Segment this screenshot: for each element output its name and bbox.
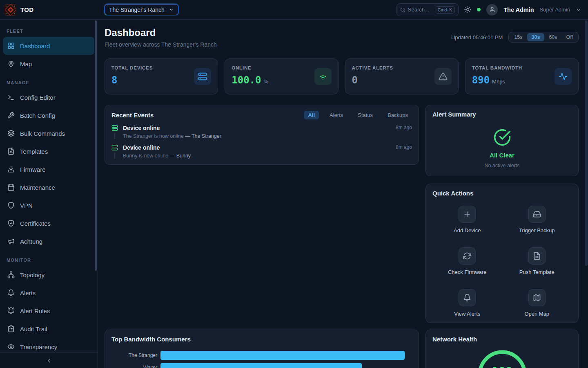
user-icon (489, 7, 495, 13)
shield-check-icon (7, 220, 15, 227)
stat-label: TOTAL BANDWIDTH (472, 65, 522, 70)
event-row[interactable]: Device online Bunny is now online — Bunn… (111, 144, 412, 159)
layers-icon (7, 130, 15, 137)
sidebar-item-audit-trail[interactable]: Audit Trail (3, 320, 94, 338)
tod-logo-icon (5, 4, 16, 16)
sidebar-collapse-button[interactable] (0, 352, 98, 368)
timeline-connector (114, 133, 115, 139)
search-box[interactable]: Cmd+K (396, 3, 459, 16)
refresh-60s-button[interactable]: 60s (544, 33, 561, 41)
activity-icon (559, 72, 568, 81)
file-code-icon (7, 148, 15, 155)
timeline-connector (114, 153, 115, 159)
action-label: View Alerts (454, 311, 480, 317)
action-label: Add Device (454, 227, 481, 233)
file-code-icon (533, 252, 541, 260)
sidebar-item-firmware[interactable]: Firmware (3, 160, 94, 178)
layout-grid-icon (7, 42, 15, 49)
sidebar-item-vpn[interactable]: VPN (3, 196, 94, 214)
tab-backups[interactable]: Backups (383, 111, 412, 119)
user-name: The Admin (503, 7, 534, 13)
sidebar-item-alerts[interactable]: Alerts (3, 284, 94, 302)
sidebar-scrollbar[interactable] (95, 20, 97, 271)
push-template-button[interactable]: Push Template (519, 247, 555, 275)
sidebar-item-label: Audit Trail (20, 325, 47, 332)
search-input[interactable] (408, 7, 432, 13)
event-timestamp: 8m ago (396, 144, 412, 159)
sidebar-item-topology[interactable]: Topology (3, 266, 94, 284)
network-health-gauge: 100 (432, 349, 572, 368)
sidebar-item-label: Certificates (20, 220, 51, 227)
sidebar-item-label: Achtung (20, 238, 42, 245)
main-content: Dashboard Fleet overview across The Stra… (98, 20, 588, 368)
bell-ring-icon (7, 307, 15, 314)
search-shortcut-badge: Cmd+K (435, 6, 455, 13)
sidebar-item-templates[interactable]: Templates (3, 142, 94, 160)
open-map-button[interactable]: Open Map (524, 289, 549, 317)
refresh-30s-button[interactable]: 30s (527, 33, 545, 41)
eye-icon (7, 343, 15, 350)
stat-card-active-alerts: ACTIVE ALERTS 0 (345, 58, 459, 94)
sidebar-item-achtung[interactable]: Achtung (3, 232, 94, 250)
topbar: TOD The Stranger's Ranch Cmd+K The Admin… (0, 0, 588, 20)
server-icon (111, 125, 118, 131)
sidebar-item-map[interactable]: Map (3, 55, 94, 73)
topbar-right: Cmd+K The Admin Super Admin (396, 3, 588, 16)
sidebar-item-label: Map (20, 61, 32, 67)
sidebar-item-label: Alerts (20, 289, 36, 296)
alert-triangle-icon (439, 72, 448, 81)
sidebar-item-label: Templates (20, 148, 48, 155)
tab-status[interactable]: Status (354, 111, 377, 119)
quick-actions-panel: Quick Actions Add Device Trigger Backup … (425, 184, 579, 323)
theme-toggle-button[interactable] (464, 6, 471, 13)
trigger-backup-button[interactable]: Trigger Backup (519, 206, 555, 233)
stat-label: TOTAL DEVICES (111, 65, 153, 70)
refresh-off-button[interactable]: Off (562, 33, 577, 41)
bar-label: The Stranger (111, 352, 157, 358)
sidebar-item-maintenance[interactable]: Maintenance (3, 178, 94, 196)
event-description: Bunny is now online — Bunny (123, 153, 391, 159)
sidebar-item-alert-rules[interactable]: Alert Rules (3, 302, 94, 320)
plus-icon (463, 210, 471, 218)
map-pin-icon (7, 60, 15, 67)
stat-card-total-bandwidth: TOTAL BANDWIDTH 890 Mbps (465, 58, 579, 94)
recent-events-panel: Recent Events All Alerts Status Backups … (105, 105, 419, 165)
stat-label: ONLINE (232, 65, 268, 70)
bandwidth-chart-panel: Top Bandwidth Consumers The Stranger Wal… (105, 330, 419, 368)
add-device-button[interactable]: Add Device (454, 206, 481, 233)
sidebar-item-config-editor[interactable]: Config Editor (3, 88, 94, 106)
stat-value: 100.0 (232, 74, 261, 86)
refresh-15s-button[interactable]: 15s (510, 33, 527, 41)
page-title: Dashboard (105, 27, 217, 38)
server-icon (198, 72, 207, 81)
bell-icon (7, 289, 15, 296)
bandwidth-bar (160, 363, 362, 368)
sidebar-item-bulk-commands[interactable]: Bulk Commands (3, 124, 94, 142)
map-icon (533, 294, 541, 302)
sidebar-item-batch-config[interactable]: Batch Config (3, 106, 94, 124)
page-header: Dashboard Fleet overview across The Stra… (105, 27, 579, 48)
check-firmware-button[interactable]: Check Firmware (448, 247, 487, 275)
sidebar-item-label: VPN (20, 202, 33, 209)
bar-label: Walter (111, 365, 157, 368)
sidebar-item-certificates[interactable]: Certificates (3, 214, 94, 232)
org-selector[interactable]: The Stranger's Ranch (105, 4, 178, 15)
event-title: Device online (123, 144, 391, 151)
event-row[interactable]: Device online The Stranger is now online… (111, 125, 412, 139)
stat-label: ACTIVE ALERTS (352, 65, 393, 70)
tab-all[interactable]: All (304, 111, 319, 119)
sidebar-nav: FLEET Dashboard Map MANAGE Config Editor… (0, 20, 98, 356)
avatar[interactable] (486, 4, 498, 16)
sidebar-item-label: Topology (20, 272, 45, 278)
user-menu-chevron[interactable] (576, 7, 581, 13)
view-alerts-button[interactable]: View Alerts (454, 289, 480, 317)
tab-alerts[interactable]: Alerts (325, 111, 347, 119)
sidebar-item-label: Bulk Commands (20, 130, 65, 137)
main-scrollbar[interactable] (585, 20, 588, 266)
recent-events-title: Recent Events (111, 112, 154, 119)
sidebar-item-dashboard[interactable]: Dashboard (3, 37, 94, 55)
connection-status-dot (477, 8, 481, 11)
clipboard-list-icon (7, 325, 15, 332)
stat-value: 8 (111, 74, 117, 86)
network-health-value: 100 (477, 365, 528, 368)
